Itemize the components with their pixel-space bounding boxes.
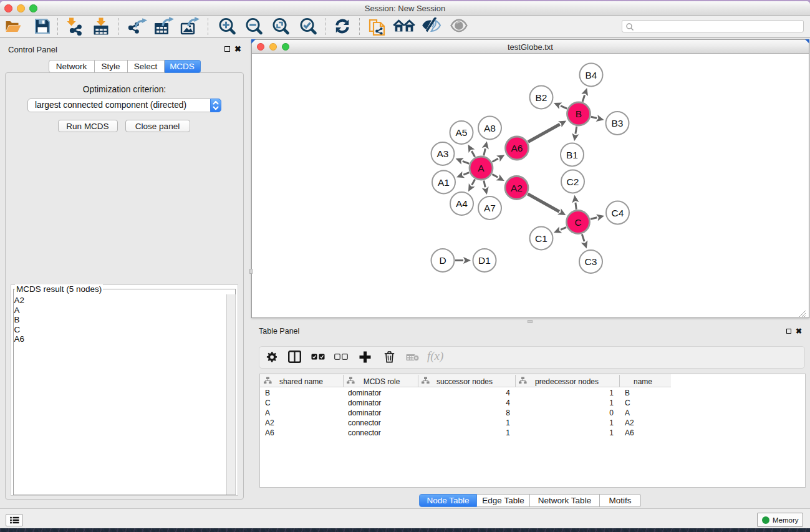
svg-text:A8: A8 xyxy=(484,123,496,133)
svg-text:A: A xyxy=(478,163,485,173)
svg-text:B: B xyxy=(576,109,582,119)
svg-text:A7: A7 xyxy=(484,203,496,213)
svg-text:B1: B1 xyxy=(566,150,578,160)
svg-text:B4: B4 xyxy=(586,70,597,80)
svg-text:D: D xyxy=(439,255,446,266)
svg-text:C2: C2 xyxy=(567,177,579,187)
svg-text:A6: A6 xyxy=(511,143,523,153)
svg-text:B2: B2 xyxy=(536,92,547,103)
svg-text:C: C xyxy=(574,217,581,228)
svg-text:A3: A3 xyxy=(437,148,449,159)
svg-text:D1: D1 xyxy=(478,255,491,266)
svg-text:A5: A5 xyxy=(456,127,468,138)
svg-text:C3: C3 xyxy=(585,256,597,267)
svg-text:C4: C4 xyxy=(612,208,624,218)
svg-text:B3: B3 xyxy=(612,118,624,128)
svg-text:A4: A4 xyxy=(456,198,468,209)
svg-text:A1: A1 xyxy=(438,177,450,188)
svg-text:C1: C1 xyxy=(535,233,547,244)
svg-text:A2: A2 xyxy=(511,183,523,193)
